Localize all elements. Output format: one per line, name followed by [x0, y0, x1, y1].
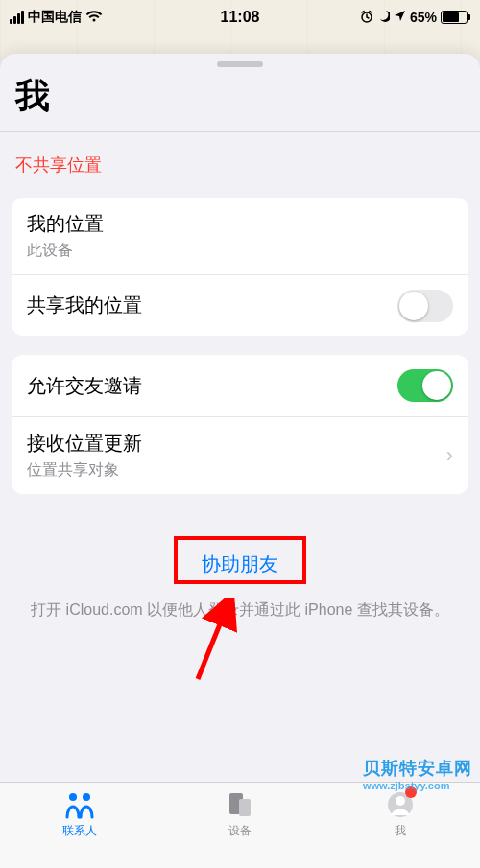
- tab-people[interactable]: 联系人: [22, 788, 137, 839]
- signal-icon: [10, 11, 24, 24]
- status-left: 中国电信: [10, 9, 103, 26]
- share-location-toggle[interactable]: [397, 290, 453, 322]
- allow-friend-toggle[interactable]: [397, 369, 453, 402]
- svg-point-6: [396, 796, 405, 806]
- page-title: 我: [0, 67, 480, 131]
- badge-dot: [405, 786, 417, 798]
- my-location-cell[interactable]: 我的位置 此设备: [12, 198, 468, 274]
- help-friend-link[interactable]: 协助朋友: [192, 548, 288, 581]
- tab-devices-label: 设备: [228, 823, 252, 839]
- receive-updates-label: 接收位置更新: [27, 431, 142, 457]
- receive-updates-sub: 位置共享对象: [27, 460, 142, 481]
- help-friend-description: 打开 iCloud.com 以便他人登录并通过此 iPhone 查找其设备。: [23, 598, 457, 622]
- status-right: 65%: [360, 10, 470, 26]
- svg-point-1: [69, 793, 77, 801]
- tab-me-label: 我: [395, 823, 406, 839]
- devices-icon: [226, 788, 254, 821]
- clock: 11:08: [221, 9, 260, 26]
- my-location-label: 我的位置: [27, 211, 104, 237]
- share-location-label: 共享我的位置: [27, 293, 142, 318]
- people-icon: [61, 788, 98, 821]
- tab-me[interactable]: 我: [343, 788, 458, 839]
- allow-friend-invite-cell: 允许交友邀请: [12, 355, 468, 416]
- svg-rect-4: [239, 799, 251, 816]
- location-group: 我的位置 此设备 共享我的位置: [12, 198, 468, 336]
- battery-percentage: 65%: [410, 10, 437, 25]
- me-icon: [386, 788, 415, 821]
- location-icon: [394, 10, 406, 25]
- carrier-label: 中国电信: [28, 9, 82, 26]
- tab-bar: 联系人 设备 我: [0, 782, 480, 868]
- help-friend-section: 协助朋友 打开 iCloud.com 以便他人登录并通过此 iPhone 查找其…: [0, 513, 480, 622]
- wifi-icon: [85, 10, 103, 26]
- tab-devices[interactable]: 设备: [182, 788, 298, 839]
- do-not-disturb-icon: [377, 10, 390, 25]
- receive-updates-cell[interactable]: 接收位置更新 位置共享对象 ›: [12, 416, 468, 494]
- tab-people-label: 联系人: [62, 823, 97, 839]
- alarm-icon: [360, 10, 373, 26]
- status-bar: 中国电信 11:08 65%: [0, 0, 480, 35]
- chevron-right-icon: ›: [446, 443, 453, 468]
- not-sharing-warning[interactable]: 不共享位置: [0, 132, 480, 198]
- my-location-sub: 此设备: [27, 241, 104, 261]
- battery-icon: [441, 11, 470, 24]
- me-sheet: 我 不共享位置 我的位置 此设备 共享我的位置 允许交友邀请 接收位置更新 位置…: [0, 54, 480, 868]
- allow-friend-label: 允许交友邀请: [27, 373, 142, 399]
- svg-point-2: [83, 793, 90, 801]
- friend-group: 允许交友邀请 接收位置更新 位置共享对象 ›: [12, 355, 468, 494]
- share-my-location-cell: 共享我的位置: [12, 274, 468, 336]
